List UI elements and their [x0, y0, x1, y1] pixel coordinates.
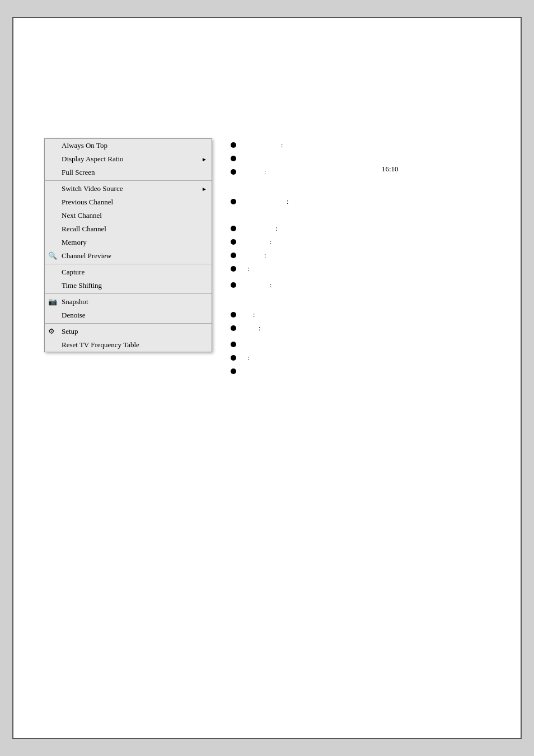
snapshot-icon: 📷 [48, 297, 57, 306]
colon-7: : [270, 238, 271, 246]
menu-label-capture: Capture [62, 268, 85, 277]
menu-item-recall-channel[interactable]: Recall Channel [45, 222, 212, 236]
colon-10: : [270, 281, 271, 290]
bullet-row-14 [231, 338, 288, 351]
bullet-7 [231, 239, 236, 245]
bullet-row-5 [231, 208, 288, 222]
colon-12: : [253, 311, 255, 319]
menu-item-reset-tv-frequency[interactable]: Reset TV Frequency Table [45, 338, 212, 352]
menu-item-display-aspect-ratio[interactable]: Display Aspect Ratio ► [45, 152, 212, 166]
bullet-8 [231, 253, 236, 258]
bullet-row-1 [231, 152, 288, 165]
bullet-2 [231, 169, 236, 175]
menu-item-time-shifting[interactable]: Time Shifting [45, 279, 212, 292]
separator-1 [45, 180, 212, 181]
bullet-13 [231, 325, 236, 331]
bullet-0 [231, 142, 236, 148]
bullet-16 [231, 368, 236, 374]
bullet-4 [231, 199, 236, 204]
bullet-row-8: : [231, 249, 288, 262]
colon-9: : [247, 265, 249, 273]
menu-item-previous-channel[interactable]: Previous Channel [45, 195, 212, 209]
menu-label-switch-video-source: Switch Video Source [62, 184, 123, 193]
context-menu: Always On Top Display Aspect Ratio ► Ful… [44, 138, 212, 352]
colon-4: : [287, 198, 288, 206]
bullet-row-7: : [231, 235, 288, 249]
separator-3 [45, 293, 212, 294]
bullet-1 [231, 156, 236, 161]
menu-label-recall-channel: Recall Channel [62, 225, 106, 234]
bullet-10 [231, 282, 236, 288]
bullet-row-9: : [231, 262, 288, 276]
bullet-row-11 [231, 292, 288, 305]
colon-15: : [247, 354, 249, 362]
menu-label-display-aspect-ratio: Display Aspect Ratio [62, 155, 124, 164]
menu-item-memory[interactable]: Memory [45, 236, 212, 249]
colon-13: : [259, 324, 260, 333]
menu-label-snapshot: Snapshot [62, 297, 88, 306]
menu-label-always-on-top: Always On Top [62, 141, 107, 150]
bullet-row-0: : [231, 138, 288, 152]
menu-item-capture[interactable]: Capture [45, 265, 212, 279]
bullet-row-4: : [231, 195, 288, 208]
menu-item-snapshot[interactable]: 📷 Snapshot [45, 295, 212, 309]
menu-item-denoise[interactable]: Denoise [45, 309, 212, 322]
menu-item-full-screen[interactable]: Full Screen [45, 166, 212, 179]
setup-icon: ⚙ [48, 327, 55, 336]
menu-label-next-channel: Next Channel [62, 211, 102, 220]
bullet-14 [231, 342, 236, 347]
bullet-row-16 [231, 365, 288, 378]
bullet-9 [231, 266, 236, 272]
bullet-row-2: : [231, 165, 288, 179]
menu-label-time-shifting: Time Shifting [62, 281, 102, 290]
bullet-row-6: : [231, 222, 288, 235]
colon-8: : [264, 251, 266, 260]
colon-0: : [281, 141, 283, 150]
channel-preview-icon: 🔍 [48, 251, 57, 260]
submenu-arrow-display-aspect-ratio: ► [202, 156, 207, 162]
menu-label-reset-tv-frequency: Reset TV Frequency Table [62, 340, 139, 349]
bullet-row-15: : [231, 351, 288, 365]
bullet-row-13: : [231, 321, 288, 335]
menu-label-full-screen: Full Screen [62, 168, 95, 177]
menu-item-channel-preview[interactable]: 🔍 Channel Preview [45, 249, 212, 263]
bullet-12 [231, 312, 236, 318]
menu-label-denoise: Denoise [62, 311, 86, 320]
menu-item-always-on-top[interactable]: Always On Top [45, 139, 212, 152]
bullet-row-10: : [231, 278, 288, 292]
menu-label-memory: Memory [62, 238, 87, 247]
menu-item-next-channel[interactable]: Next Channel [45, 209, 212, 222]
colon-6: : [275, 225, 277, 233]
menu-label-previous-channel: Previous Channel [62, 198, 113, 207]
bullet-15 [231, 355, 236, 361]
bullet-column: : : : : : [231, 138, 288, 378]
menu-item-setup[interactable]: ⚙ Setup [45, 325, 212, 338]
menu-item-switch-video-source[interactable]: Switch Video Source ► [45, 182, 212, 195]
submenu-arrow-switch-video-source: ► [202, 186, 207, 192]
separator-2 [45, 264, 212, 264]
colon-2: : [264, 168, 266, 176]
page-border: Always On Top Display Aspect Ratio ► Ful… [12, 17, 522, 739]
ratio-label: 16:10 [382, 165, 399, 174]
menu-label-setup: Setup [62, 327, 78, 336]
separator-4 [45, 323, 212, 324]
bullet-row-12: : [231, 308, 288, 321]
bullet-6 [231, 226, 236, 231]
menu-label-channel-preview: Channel Preview [62, 251, 111, 260]
bullet-row-3 [231, 181, 288, 195]
